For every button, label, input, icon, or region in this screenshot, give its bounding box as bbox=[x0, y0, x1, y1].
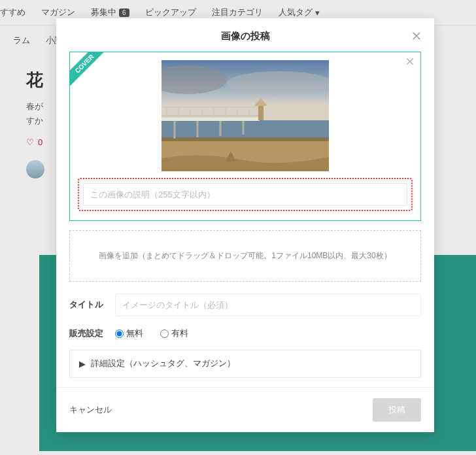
title-label: タイトル bbox=[69, 299, 105, 311]
cancel-button[interactable]: キャンセル bbox=[69, 404, 112, 416]
sale-free-radio[interactable] bbox=[115, 329, 124, 338]
close-button[interactable] bbox=[411, 30, 422, 44]
svg-rect-5 bbox=[162, 137, 329, 141]
close-icon bbox=[405, 56, 415, 67]
modal-footer: キャンセル 投稿 bbox=[56, 387, 434, 432]
svg-rect-7 bbox=[162, 115, 260, 116]
image-post-modal: 画像の投稿 bbox=[56, 18, 434, 432]
remove-image-button[interactable] bbox=[405, 56, 415, 69]
caret-right-icon: ▶ bbox=[79, 359, 86, 369]
uploaded-image bbox=[162, 60, 329, 171]
caption-highlight bbox=[78, 178, 413, 211]
modal-title: 画像の投稿 bbox=[69, 30, 421, 42]
submit-button[interactable]: 投稿 bbox=[373, 398, 421, 422]
sale-row: 販売設定 無料 有料 bbox=[69, 328, 421, 339]
cover-ribbon bbox=[69, 52, 107, 90]
close-icon bbox=[411, 30, 422, 42]
sale-free-option[interactable]: 無料 bbox=[115, 328, 143, 339]
modal-header: 画像の投稿 bbox=[56, 18, 434, 52]
sale-paid-radio[interactable] bbox=[160, 329, 169, 338]
advanced-settings-toggle[interactable]: ▶ 詳細設定（ハッシュタグ、マガジン） bbox=[69, 350, 421, 378]
image-dropzone[interactable]: 画像を追加（まとめてドラッグ＆ドロップ可能。1ファイル10MB以内、最大30枚） bbox=[69, 230, 421, 282]
svg-point-2 bbox=[227, 71, 329, 95]
title-input[interactable] bbox=[115, 294, 421, 316]
svg-rect-21 bbox=[258, 106, 264, 120]
cover-image-card bbox=[69, 52, 421, 221]
caption-input[interactable] bbox=[83, 183, 407, 206]
sale-paid-option[interactable]: 有料 bbox=[160, 328, 188, 339]
svg-rect-3 bbox=[162, 120, 329, 140]
modal-body: 画像を追加（まとめてドラッグ＆ドロップ可能。1ファイル10MB以内、最大30枚）… bbox=[56, 52, 434, 387]
title-row: タイトル bbox=[69, 294, 421, 316]
sale-label: 販売設定 bbox=[69, 328, 105, 339]
svg-rect-6 bbox=[162, 118, 260, 121]
